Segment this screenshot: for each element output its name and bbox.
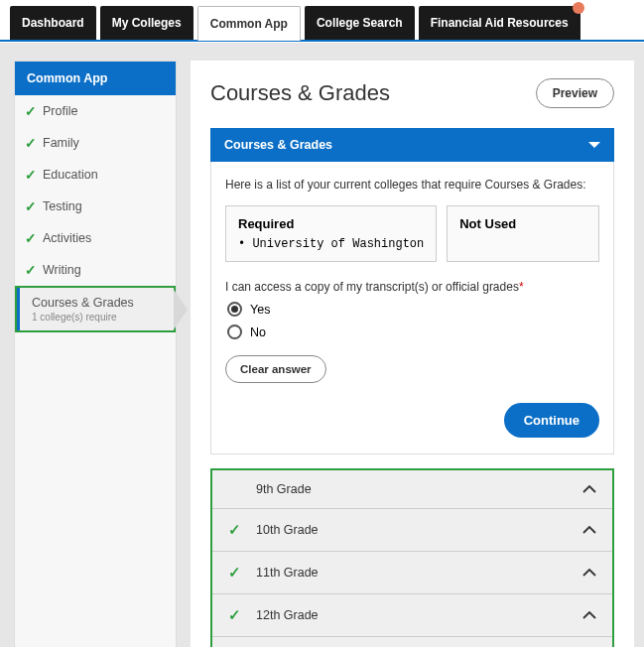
not-used-box: Not Used	[447, 205, 599, 262]
radio-yes-row[interactable]: Yes	[227, 302, 599, 317]
chevron-up-icon	[582, 569, 596, 577]
main-content: Courses & Grades Preview Courses & Grade…	[191, 61, 634, 647]
required-title: Required	[238, 216, 424, 231]
sidebar-item-courses-grades[interactable]: Courses & Grades 1 college(s) require	[17, 288, 174, 330]
chevron-down-icon	[588, 142, 600, 148]
check-icon: ✓	[25, 167, 37, 183]
radio-yes-label: Yes	[250, 303, 270, 317]
check-icon: ✓	[25, 198, 37, 214]
required-notused-row: Required University of Washington Not Us…	[225, 205, 599, 262]
sidebar-item-profile[interactable]: ✓Profile	[15, 95, 176, 127]
grades-list-highlight: 9th Grade ✓ 10th Grade ✓ 11th Grade ✓ 12…	[210, 468, 614, 647]
chevron-up-icon	[582, 485, 596, 493]
tab-common-app[interactable]: Common App	[197, 6, 301, 41]
grade-label: 10th Grade	[256, 523, 319, 537]
sidebar-item-label: Profile	[43, 104, 77, 118]
sidebar-item-education[interactable]: ✓Education	[15, 159, 176, 191]
chevron-up-icon	[582, 611, 596, 619]
sidebar-item-testing[interactable]: ✓Testing	[15, 191, 176, 222]
sidebar-item-label: Education	[43, 168, 98, 182]
check-icon: ✓	[25, 135, 37, 151]
sidebar: Common App ✓Profile ✓Family ✓Education ✓…	[14, 61, 177, 647]
panel-header-label: Courses & Grades	[224, 138, 332, 152]
check-icon: ✓	[228, 521, 244, 539]
grade-row-10th[interactable]: ✓ 10th Grade	[212, 509, 612, 552]
panel-body: Here is a list of your current colleges …	[210, 162, 614, 454]
grade-label: 9th Grade	[256, 482, 312, 496]
transcript-question: I can access a copy of my transcript(s) …	[225, 280, 599, 294]
page-title: Courses & Grades	[210, 80, 390, 106]
grade-row-11th[interactable]: ✓ 11th Grade	[212, 552, 612, 594]
check-icon: ✓	[228, 606, 244, 624]
required-star-icon: *	[519, 280, 524, 294]
sidebar-item-writing[interactable]: ✓Writing	[15, 254, 176, 286]
sidebar-item-label: Courses & Grades	[32, 296, 134, 310]
tab-my-colleges[interactable]: My Colleges	[100, 6, 193, 41]
question-text: I can access a copy of my transcript(s) …	[225, 280, 519, 294]
required-item: University of Washington	[238, 237, 424, 251]
grade-label: 11th Grade	[256, 566, 319, 580]
intro-text: Here is a list of your current colleges …	[225, 178, 599, 192]
tab-financial-aid[interactable]: Financial Aid Resources	[419, 6, 580, 41]
check-icon: ✓	[25, 103, 37, 119]
check-icon: ✓	[228, 564, 244, 582]
tab-college-search[interactable]: College Search	[305, 6, 415, 41]
radio-yes[interactable]	[227, 302, 242, 317]
preview-button[interactable]: Preview	[536, 78, 614, 108]
sidebar-item-courses-grades-highlight: Courses & Grades 1 college(s) require	[15, 286, 176, 332]
radio-no-row[interactable]: No	[227, 324, 599, 339]
top-tabs: Dashboard My Colleges Common App College…	[0, 0, 644, 41]
grade-row-12th[interactable]: ✓ 12th Grade	[212, 594, 612, 637]
radio-no-label: No	[250, 325, 266, 339]
tab-dashboard[interactable]: Dashboard	[10, 6, 96, 41]
title-row: Courses & Grades Preview	[210, 78, 614, 108]
grade-row-9th[interactable]: 9th Grade	[212, 470, 612, 509]
panel-header-courses-grades[interactable]: Courses & Grades	[210, 128, 614, 162]
sidebar-item-family[interactable]: ✓Family	[15, 127, 176, 159]
divider	[0, 40, 644, 42]
sidebar-item-activities[interactable]: ✓Activities	[15, 222, 176, 254]
clear-answer-button[interactable]: Clear answer	[225, 355, 326, 383]
not-used-title: Not Used	[459, 216, 586, 231]
chevron-up-icon	[582, 526, 596, 534]
sidebar-item-label: Writing	[43, 263, 81, 277]
sidebar-item-label: Family	[43, 136, 79, 150]
grade-label: 12th Grade	[256, 608, 319, 622]
continue-row: Continue	[225, 403, 599, 438]
sidebar-item-label: Testing	[43, 199, 82, 213]
check-icon: ✓	[25, 230, 37, 246]
grade-row-other[interactable]: ✓ Other Courses	[212, 637, 612, 647]
tab-financial-aid-label: Financial Aid Resources	[431, 16, 569, 30]
required-box: Required University of Washington	[225, 205, 437, 262]
check-icon: ✓	[25, 262, 37, 278]
radio-no[interactable]	[227, 324, 242, 339]
sidebar-item-subtext: 1 college(s) require	[32, 312, 134, 323]
sidebar-header: Common App	[15, 62, 176, 95]
app-body: Common App ✓Profile ✓Family ✓Education ✓…	[0, 43, 644, 647]
continue-button[interactable]: Continue	[504, 403, 599, 438]
notification-badge-icon	[573, 2, 584, 14]
sidebar-item-label: Activities	[43, 231, 91, 245]
